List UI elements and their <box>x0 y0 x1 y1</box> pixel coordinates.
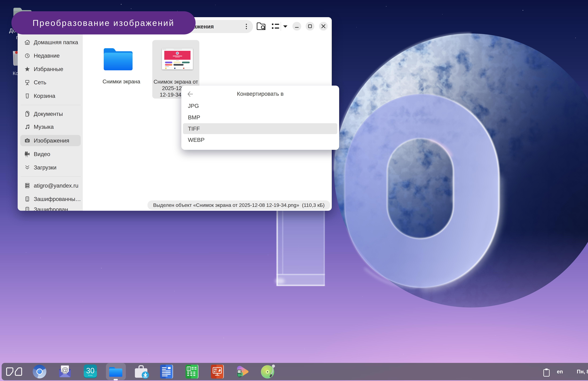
svg-text:30: 30 <box>86 366 94 375</box>
svg-text:Monday: Monday <box>88 375 93 376</box>
